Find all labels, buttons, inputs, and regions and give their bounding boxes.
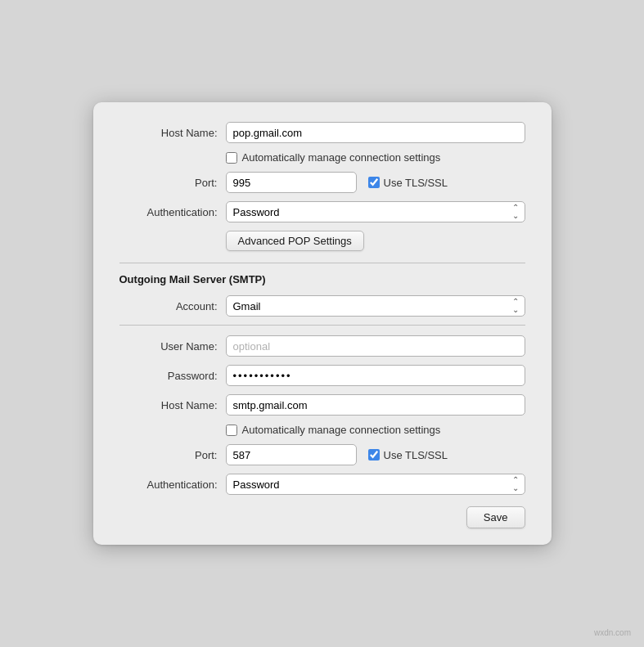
incoming-tls-wrap: Use TLS/SSL (368, 177, 448, 189)
incoming-auto-manage-label[interactable]: Automatically manage connection settings (226, 151, 441, 164)
outgoing-tls-checkbox[interactable] (368, 449, 380, 461)
outgoing-account-select-wrap: Gmail None ⌃⌄ (226, 295, 525, 317)
incoming-auth-select[interactable]: Password MD5 Challenge-Response NTLM Ker… (226, 201, 525, 222)
outgoing-port-input[interactable] (226, 444, 357, 465)
incoming-port-label: Port: (119, 177, 226, 189)
outgoing-account-area: Gmail None ⌃⌄ (226, 295, 525, 317)
incoming-tls-label[interactable]: Use TLS/SSL (368, 177, 448, 189)
outgoing-host-name-area (226, 394, 525, 416)
outgoing-host-name-label: Host Name: (119, 399, 226, 411)
outgoing-auth-label: Authentication: (119, 479, 226, 491)
outgoing-username-input[interactable] (226, 335, 525, 357)
incoming-auth-select-wrap: Password MD5 Challenge-Response NTLM Ker… (226, 201, 525, 222)
outgoing-account-label: Account: (119, 300, 226, 312)
incoming-port-input[interactable] (226, 172, 357, 193)
incoming-auto-manage-row: Automatically manage connection settings (226, 151, 525, 164)
advanced-pop-settings-button[interactable]: Advanced POP Settings (226, 231, 364, 251)
outgoing-auth-row: Authentication: Password MD5 Challenge-R… (119, 474, 525, 495)
outgoing-password-area (226, 365, 525, 386)
outgoing-tls-wrap: Use TLS/SSL (368, 449, 448, 461)
outgoing-auto-manage-checkbox[interactable] (226, 425, 237, 436)
outgoing-password-label: Password: (119, 370, 226, 382)
section-separator (119, 263, 525, 263)
outgoing-tls-label[interactable]: Use TLS/SSL (368, 449, 448, 461)
outgoing-password-row: Password: (119, 365, 525, 386)
advanced-pop-btn-row: Advanced POP Settings (226, 231, 525, 251)
outgoing-auto-manage-label[interactable]: Automatically manage connection settings (226, 424, 441, 436)
incoming-host-name-input[interactable] (226, 122, 525, 143)
outgoing-port-area: Use TLS/SSL (226, 444, 525, 465)
outgoing-password-input[interactable] (226, 365, 525, 386)
outgoing-host-name-input[interactable] (226, 394, 525, 416)
outgoing-auto-manage-row: Automatically manage connection settings (226, 424, 525, 436)
incoming-port-area: Use TLS/SSL (226, 172, 525, 193)
outgoing-host-name-row: Host Name: (119, 394, 525, 416)
incoming-auth-row: Authentication: Password MD5 Challenge-R… (119, 201, 525, 222)
outgoing-auth-area: Password MD5 Challenge-Response NTLM Ker… (226, 474, 525, 495)
incoming-auth-area: Password MD5 Challenge-Response NTLM Ker… (226, 201, 525, 222)
outgoing-port-label: Port: (119, 449, 226, 461)
outgoing-username-row: User Name: (119, 335, 525, 357)
outgoing-username-area (226, 335, 525, 357)
outgoing-auth-select-wrap: Password MD5 Challenge-Response NTLM Ker… (226, 474, 525, 495)
incoming-host-name-area (226, 122, 525, 143)
outgoing-inner-separator (119, 325, 525, 326)
incoming-host-name-row: Host Name: (119, 122, 525, 143)
outgoing-username-label: User Name: (119, 340, 226, 353)
outgoing-account-select[interactable]: Gmail None (226, 295, 525, 317)
watermark: wxdn.com (594, 628, 631, 637)
incoming-auth-label: Authentication: (119, 206, 226, 218)
incoming-host-name-label: Host Name: (119, 127, 226, 139)
outgoing-auth-select[interactable]: Password MD5 Challenge-Response NTLM Ker… (226, 474, 525, 495)
outgoing-account-row: Account: Gmail None ⌃⌄ (119, 295, 525, 317)
save-row: Save (119, 506, 525, 528)
incoming-port-row: Port: Use TLS/SSL (119, 172, 525, 193)
incoming-tls-checkbox[interactable] (368, 177, 380, 188)
outgoing-port-row: Port: Use TLS/SSL (119, 444, 525, 465)
mail-settings-dialog: Host Name: Automatically manage connecti… (93, 102, 552, 545)
incoming-auto-manage-checkbox[interactable] (226, 152, 237, 164)
save-button[interactable]: Save (466, 506, 525, 528)
outgoing-section-heading: Outgoing Mail Server (SMTP) (119, 273, 525, 285)
